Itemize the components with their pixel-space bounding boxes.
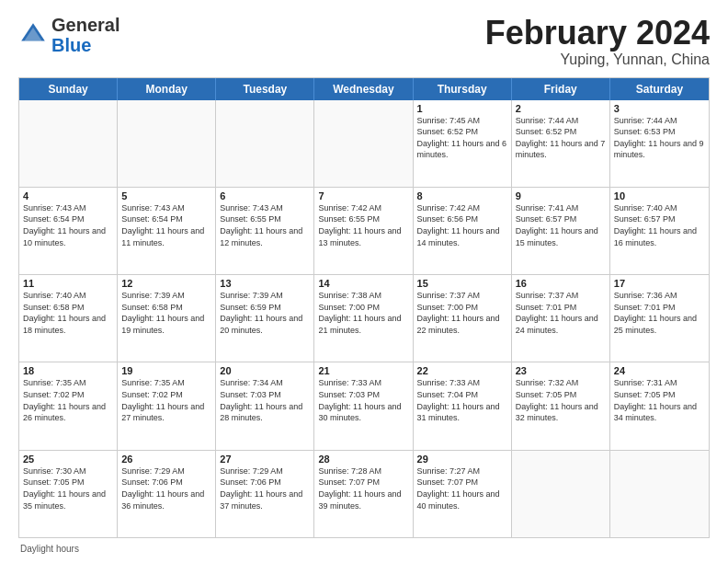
calendar-week-2: 4Sunrise: 7:43 AM Sunset: 6:54 PM Daylig…: [19, 187, 709, 274]
day-cell-24: 24Sunrise: 7:31 AM Sunset: 7:05 PM Dayli…: [610, 362, 709, 449]
day-number: 29: [417, 454, 507, 465]
logo-general: General: [51, 15, 119, 35]
day-info: Sunrise: 7:33 AM Sunset: 7:04 PM Dayligh…: [417, 377, 507, 423]
calendar-week-5: 25Sunrise: 7:30 AM Sunset: 7:05 PM Dayli…: [19, 450, 709, 537]
header: General Blue February 2024 Yuping, Yunna…: [18, 15, 710, 68]
day-info: Sunrise: 7:35 AM Sunset: 7:02 PM Dayligh…: [121, 377, 211, 423]
day-number: 19: [121, 365, 211, 376]
day-info: Sunrise: 7:38 AM Sunset: 7:00 PM Dayligh…: [318, 290, 408, 336]
day-number: 3: [614, 103, 705, 114]
day-cell-20: 20Sunrise: 7:34 AM Sunset: 7:03 PM Dayli…: [216, 362, 314, 449]
day-cell-2: 2Sunrise: 7:44 AM Sunset: 6:52 PM Daylig…: [512, 100, 610, 187]
day-number: 18: [23, 365, 113, 376]
day-cell-13: 13Sunrise: 7:39 AM Sunset: 6:59 PM Dayli…: [216, 275, 314, 362]
day-cell-3: 3Sunrise: 7:44 AM Sunset: 6:53 PM Daylig…: [610, 100, 709, 187]
day-number: 17: [614, 278, 705, 289]
day-number: 24: [614, 365, 705, 376]
empty-cell: [610, 451, 709, 537]
day-number: 16: [516, 278, 606, 289]
day-header-monday: Monday: [118, 78, 216, 100]
footer: Daylight hours: [18, 544, 710, 554]
day-info: Sunrise: 7:42 AM Sunset: 6:55 PM Dayligh…: [318, 202, 408, 248]
day-number: 13: [220, 278, 310, 289]
day-number: 12: [121, 278, 211, 289]
day-cell-11: 11Sunrise: 7:40 AM Sunset: 6:58 PM Dayli…: [19, 275, 118, 362]
day-number: 4: [23, 190, 113, 201]
day-info: Sunrise: 7:35 AM Sunset: 7:02 PM Dayligh…: [23, 377, 113, 423]
day-cell-27: 27Sunrise: 7:29 AM Sunset: 7:06 PM Dayli…: [216, 451, 314, 537]
calendar-location: Yuping, Yunnan, China: [485, 52, 710, 68]
title-block: February 2024 Yuping, Yunnan, China: [485, 15, 710, 68]
day-cell-6: 6Sunrise: 7:43 AM Sunset: 6:55 PM Daylig…: [216, 188, 314, 274]
day-cell-29: 29Sunrise: 7:27 AM Sunset: 7:07 PM Dayli…: [414, 451, 512, 537]
day-number: 25: [23, 454, 113, 465]
day-cell-21: 21Sunrise: 7:33 AM Sunset: 7:03 PM Dayli…: [314, 362, 413, 449]
calendar-week-4: 18Sunrise: 7:35 AM Sunset: 7:02 PM Dayli…: [19, 362, 709, 449]
day-header-saturday: Saturday: [610, 78, 709, 100]
day-info: Sunrise: 7:40 AM Sunset: 6:58 PM Dayligh…: [23, 290, 113, 336]
day-number: 9: [516, 190, 606, 201]
day-header-sunday: Sunday: [19, 78, 118, 100]
day-number: 1: [417, 103, 507, 114]
logo-text: General Blue: [51, 15, 119, 55]
day-info: Sunrise: 7:29 AM Sunset: 7:06 PM Dayligh…: [121, 465, 211, 511]
day-cell-14: 14Sunrise: 7:38 AM Sunset: 7:00 PM Dayli…: [314, 275, 413, 362]
calendar-week-3: 11Sunrise: 7:40 AM Sunset: 6:58 PM Dayli…: [19, 274, 709, 362]
day-number: 15: [417, 278, 507, 289]
day-header-friday: Friday: [512, 78, 610, 100]
day-cell-25: 25Sunrise: 7:30 AM Sunset: 7:05 PM Dayli…: [19, 451, 118, 537]
day-number: 22: [417, 365, 507, 376]
day-cell-7: 7Sunrise: 7:42 AM Sunset: 6:55 PM Daylig…: [314, 188, 413, 274]
day-cell-28: 28Sunrise: 7:28 AM Sunset: 7:07 PM Dayli…: [314, 451, 413, 537]
day-cell-17: 17Sunrise: 7:36 AM Sunset: 7:01 PM Dayli…: [610, 275, 709, 362]
day-cell-22: 22Sunrise: 7:33 AM Sunset: 7:04 PM Dayli…: [414, 362, 512, 449]
day-info: Sunrise: 7:37 AM Sunset: 7:01 PM Dayligh…: [516, 290, 606, 336]
logo-blue: Blue: [51, 35, 91, 55]
day-info: Sunrise: 7:44 AM Sunset: 6:52 PM Dayligh…: [516, 115, 606, 161]
empty-cell: [118, 100, 216, 187]
day-cell-16: 16Sunrise: 7:37 AM Sunset: 7:01 PM Dayli…: [512, 275, 610, 362]
day-number: 27: [220, 454, 310, 465]
day-info: Sunrise: 7:33 AM Sunset: 7:03 PM Dayligh…: [318, 377, 408, 423]
day-number: 7: [318, 190, 408, 201]
day-header-tuesday: Tuesday: [216, 78, 314, 100]
day-info: Sunrise: 7:37 AM Sunset: 7:00 PM Dayligh…: [417, 290, 507, 336]
day-info: Sunrise: 7:43 AM Sunset: 6:54 PM Dayligh…: [121, 202, 211, 248]
day-info: Sunrise: 7:39 AM Sunset: 6:59 PM Dayligh…: [220, 290, 310, 336]
day-cell-26: 26Sunrise: 7:29 AM Sunset: 7:06 PM Dayli…: [118, 451, 216, 537]
day-info: Sunrise: 7:32 AM Sunset: 7:05 PM Dayligh…: [516, 377, 606, 423]
day-cell-9: 9Sunrise: 7:41 AM Sunset: 6:57 PM Daylig…: [512, 188, 610, 274]
logo: General Blue: [18, 15, 119, 55]
day-number: 8: [417, 190, 507, 201]
day-cell-8: 8Sunrise: 7:42 AM Sunset: 6:56 PM Daylig…: [414, 188, 512, 274]
empty-cell: [19, 100, 118, 187]
day-number: 28: [318, 454, 408, 465]
day-number: 6: [220, 190, 310, 201]
day-number: 5: [121, 190, 211, 201]
day-info: Sunrise: 7:34 AM Sunset: 7:03 PM Dayligh…: [220, 377, 310, 423]
page: General Blue February 2024 Yuping, Yunna…: [0, 0, 728, 563]
day-info: Sunrise: 7:31 AM Sunset: 7:05 PM Dayligh…: [614, 377, 705, 423]
calendar-week-1: 1Sunrise: 7:45 AM Sunset: 6:52 PM Daylig…: [19, 100, 709, 187]
day-info: Sunrise: 7:41 AM Sunset: 6:57 PM Dayligh…: [516, 202, 606, 248]
day-info: Sunrise: 7:36 AM Sunset: 7:01 PM Dayligh…: [614, 290, 705, 336]
day-cell-5: 5Sunrise: 7:43 AM Sunset: 6:54 PM Daylig…: [118, 188, 216, 274]
day-number: 14: [318, 278, 408, 289]
footer-text: Daylight hours: [20, 544, 79, 554]
day-header-wednesday: Wednesday: [314, 78, 413, 100]
day-cell-1: 1Sunrise: 7:45 AM Sunset: 6:52 PM Daylig…: [414, 100, 512, 187]
day-cell-18: 18Sunrise: 7:35 AM Sunset: 7:02 PM Dayli…: [19, 362, 118, 449]
day-cell-23: 23Sunrise: 7:32 AM Sunset: 7:05 PM Dayli…: [512, 362, 610, 449]
day-info: Sunrise: 7:43 AM Sunset: 6:54 PM Dayligh…: [23, 202, 113, 248]
logo-icon: [18, 20, 48, 50]
day-cell-12: 12Sunrise: 7:39 AM Sunset: 6:58 PM Dayli…: [118, 275, 216, 362]
day-number: 21: [318, 365, 408, 376]
day-info: Sunrise: 7:40 AM Sunset: 6:57 PM Dayligh…: [614, 202, 705, 248]
day-info: Sunrise: 7:29 AM Sunset: 7:06 PM Dayligh…: [220, 465, 310, 511]
empty-cell: [314, 100, 413, 187]
day-cell-19: 19Sunrise: 7:35 AM Sunset: 7:02 PM Dayli…: [118, 362, 216, 449]
day-info: Sunrise: 7:27 AM Sunset: 7:07 PM Dayligh…: [417, 465, 507, 511]
day-info: Sunrise: 7:44 AM Sunset: 6:53 PM Dayligh…: [614, 115, 705, 161]
day-number: 11: [23, 278, 113, 289]
day-info: Sunrise: 7:28 AM Sunset: 7:07 PM Dayligh…: [318, 465, 408, 511]
